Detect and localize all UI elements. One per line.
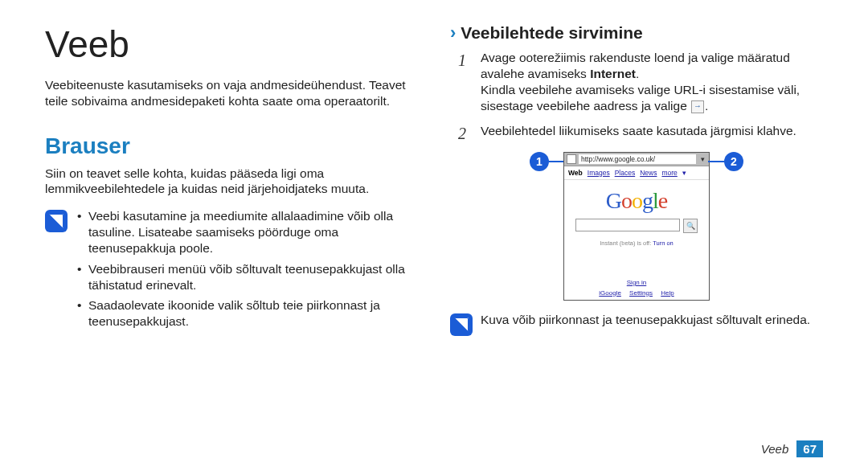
browser-screenshot: 1 http://www.google.co.uk/ ▾ Web Images … — [450, 152, 823, 301]
note-2-text: Kuva võib piirkonnast ja teenusepakkujas… — [481, 312, 810, 328]
note-bullet: Veebi kasutamine ja meediumite allalaadi… — [76, 208, 418, 256]
go-arrow-icon — [691, 100, 704, 113]
page-number: 67 — [796, 440, 823, 457]
bottom-links[interactable]: iGoogle Settings Help — [564, 289, 709, 300]
callout-1: 1 — [530, 152, 549, 171]
note-icon — [45, 210, 68, 232]
google-logo: Google — [564, 180, 709, 219]
url-bar[interactable]: http://www.google.co.uk/ ▾ — [564, 153, 709, 166]
step-number-2: 2 — [450, 123, 473, 144]
url-dropdown-icon[interactable]: ▾ — [698, 155, 706, 163]
note-bullet-list: Veebi kasutamine ja meediumite allalaadi… — [76, 208, 418, 334]
step-number-1: 1 — [450, 50, 473, 115]
tab-bar[interactable]: Web Images Places News more▾ — [564, 166, 709, 180]
page-favicon — [567, 154, 576, 164]
footer-section-label: Veeb — [761, 442, 788, 456]
step-1-body: Avage ooterežiimis rakenduste loend ja v… — [481, 50, 823, 115]
page-title: Veeb — [45, 23, 418, 66]
url-text[interactable]: http://www.google.co.uk/ — [579, 154, 696, 164]
section-heading-brauser: Brauser — [45, 133, 418, 159]
intro-text: Veebiteenuste kasutamiseks on vaja andme… — [45, 77, 418, 109]
chevron-icon: › — [450, 23, 456, 43]
section-intro: Siin on teavet selle kohta, kuidas pääse… — [45, 166, 418, 198]
instant-text: Instant (beta) is off: Turn on — [564, 238, 709, 279]
note-icon — [450, 313, 473, 336]
callout-2: 2 — [724, 152, 743, 171]
subheading-veebilehtede: Veebilehtede sirvimine — [461, 23, 642, 43]
step-2-body: Veebilehtedel liikumiseks saate kasutada… — [481, 123, 823, 144]
note-bullet: Veebibrauseri menüü võib sõltuvalt teenu… — [76, 261, 418, 293]
search-input[interactable] — [575, 219, 680, 231]
search-button[interactable]: 🔍 — [683, 219, 698, 233]
note-bullet: Saadaolevate ikoonide valik sõltub teie … — [76, 297, 418, 330]
sign-in-link[interactable]: Sign in — [564, 279, 709, 286]
